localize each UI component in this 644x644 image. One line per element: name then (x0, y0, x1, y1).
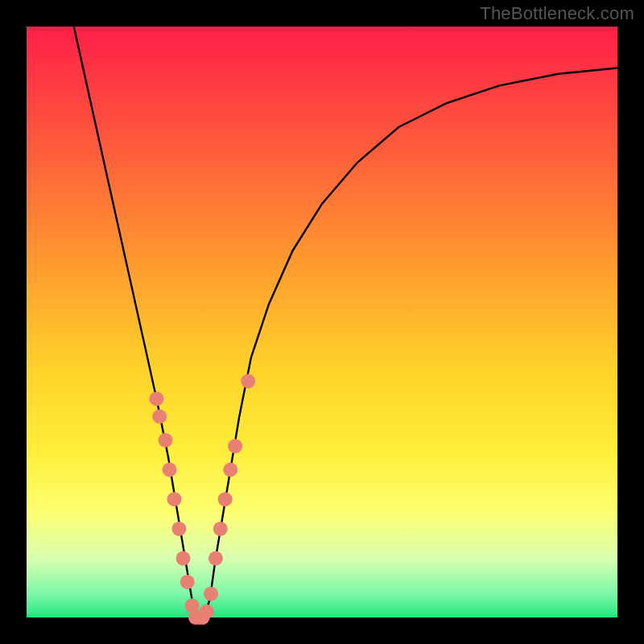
marker-dot (241, 374, 255, 388)
bottleneck-chart (0, 0, 644, 644)
marker-dot (158, 433, 172, 448)
marker-dot (167, 492, 182, 506)
marker-dot (152, 409, 167, 423)
marker-dot (218, 492, 233, 506)
marker-dot (171, 522, 186, 536)
marker-dot (149, 391, 163, 406)
marker-dot (208, 551, 223, 566)
marker-dot (228, 439, 242, 453)
marker-dot (204, 587, 218, 601)
marker-dot (180, 575, 195, 589)
marker-dot (163, 463, 177, 477)
marker-dot (200, 605, 214, 619)
chart-frame: TheBottleneck.com (0, 0, 644, 644)
marker-dot (176, 551, 191, 566)
marker-dot (223, 463, 237, 477)
plot-background (27, 27, 617, 617)
marker-dot (213, 522, 228, 536)
